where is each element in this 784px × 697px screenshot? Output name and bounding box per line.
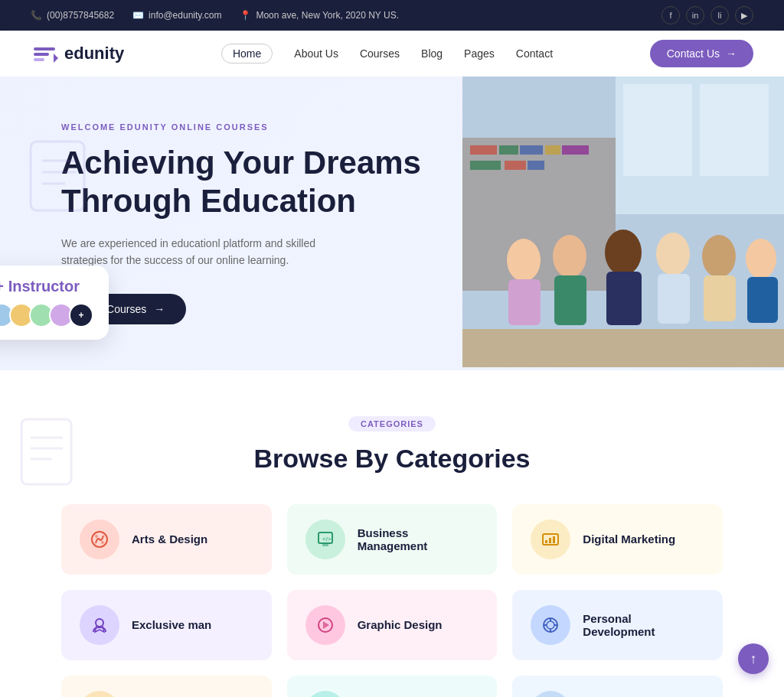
- phone-icon: 📞: [31, 10, 42, 21]
- svg-point-26: [557, 239, 582, 263]
- svg-point-32: [661, 236, 685, 260]
- top-bar-left: 📞 (00)8757845682 ✉️ info@edunity.com 📍 M…: [31, 10, 399, 21]
- instructor-count-label: Instructor: [8, 278, 80, 295]
- categories-section: CATEGORIES Browse By Categories Arts & D…: [0, 370, 784, 697]
- social-links: f in li ▶: [662, 6, 753, 24]
- address-text: Moon ave, New York, 2020 NY US.: [256, 10, 399, 21]
- nav-home[interactable]: Home: [221, 44, 273, 64]
- digital-label: Digital Marketing: [583, 533, 675, 546]
- svg-rect-25: [554, 275, 586, 325]
- contact-button[interactable]: Contact Us →: [650, 40, 753, 67]
- category-digital[interactable]: Digital Marketing: [512, 504, 723, 575]
- address-item: 📍 Moon ave, New York, 2020 NY US.: [240, 10, 399, 21]
- nav-courses[interactable]: Courses: [360, 47, 400, 60]
- avatar-more: +: [69, 303, 93, 327]
- svg-rect-0: [34, 47, 55, 50]
- svg-rect-12: [520, 145, 543, 155]
- category-exclusive[interactable]: Exclusive man: [61, 590, 272, 660]
- arrow-icon: →: [726, 47, 737, 60]
- category-personal[interactable]: Personal Development: [512, 590, 723, 660]
- hero-badge: WELCOME EDUNITY ONLINE COURSES: [61, 122, 432, 132]
- svg-point-45: [95, 535, 98, 538]
- graphic-label: Graphic Design: [358, 618, 443, 631]
- svg-point-46: [101, 541, 104, 544]
- categories-badge: CATEGORIES: [348, 416, 436, 432]
- nav-blog[interactable]: Blog: [421, 47, 443, 60]
- scroll-top-icon: ↑: [750, 651, 757, 667]
- svg-point-23: [511, 244, 536, 269]
- phone-item: 📞 (00)8757845682: [31, 10, 114, 21]
- graphic-icon: [305, 605, 345, 645]
- instagram-icon[interactable]: in: [686, 6, 704, 24]
- svg-rect-22: [508, 279, 541, 325]
- svg-rect-39: [462, 329, 784, 367]
- svg-rect-10: [470, 145, 497, 155]
- arts-label: Arts & Design: [132, 533, 207, 546]
- categories-decoration: [15, 416, 84, 503]
- svg-rect-1: [34, 53, 49, 56]
- exclusive-label: Exclusive man: [132, 618, 211, 631]
- instructor-count-number: 200+: [0, 278, 4, 295]
- business-label: Business Management: [358, 526, 479, 552]
- scroll-top-button[interactable]: ↑: [738, 643, 769, 674]
- instructor-avatars: +: [0, 303, 93, 327]
- hero-image: [462, 77, 784, 370]
- category-business[interactable]: </> Business Management: [287, 504, 498, 575]
- arrow-right-icon: →: [154, 303, 165, 315]
- location-icon: 📍: [240, 10, 251, 21]
- youtube-icon[interactable]: ▶: [735, 6, 753, 24]
- top-bar: 📞 (00)8757845682 ✉️ info@edunity.com 📍 M…: [0, 0, 784, 31]
- email-address: info@edunity.com: [149, 10, 221, 21]
- svg-rect-16: [505, 161, 526, 170]
- svg-rect-15: [470, 161, 501, 170]
- svg-rect-4: [31, 142, 84, 210]
- svg-point-29: [609, 233, 637, 260]
- hero-photo: [462, 77, 784, 367]
- svg-rect-53: [553, 536, 555, 543]
- svg-rect-34: [704, 275, 736, 321]
- svg-rect-49: [322, 543, 328, 546]
- wordpress-icon: [531, 691, 570, 697]
- logo[interactable]: edunity: [31, 40, 124, 67]
- nav-contact[interactable]: Contact: [516, 47, 553, 60]
- email-icon: ✉️: [132, 10, 144, 21]
- categories-title: Browse By Categories: [61, 444, 723, 474]
- category-graphic[interactable]: Graphic Design: [287, 590, 498, 660]
- hero-title: Achieving Your Dreams Through Education: [61, 144, 432, 221]
- logo-icon: [31, 40, 58, 67]
- svg-rect-37: [747, 277, 778, 323]
- svg-rect-51: [545, 540, 547, 543]
- main-nav: Home About Us Courses Blog Pages Contact: [221, 44, 553, 64]
- svg-point-54: [96, 619, 103, 627]
- svg-rect-19: [623, 84, 692, 176]
- category-arts[interactable]: Arts & Design: [61, 504, 272, 575]
- contact-btn-label: Contact Us: [667, 47, 720, 60]
- email-item: ✉️ info@edunity.com: [132, 10, 221, 21]
- categories-grid: Arts & Design </> Business Management: [61, 504, 723, 697]
- linkedin-icon[interactable]: li: [710, 6, 729, 24]
- svg-point-38: [750, 241, 773, 264]
- category-uiux[interactable]: UI/UX Design: [61, 676, 272, 697]
- category-video[interactable]: Video & Photography: [287, 676, 498, 697]
- hero-section: WELCOME EDUNITY ONLINE COURSES Achieving…: [0, 77, 784, 370]
- svg-point-57: [547, 621, 554, 629]
- personal-label: Personal Development: [583, 612, 704, 638]
- svg-rect-40: [21, 419, 71, 484]
- category-wordpress[interactable]: WordPress: [512, 676, 723, 697]
- video-icon: [305, 691, 345, 697]
- svg-rect-13: [545, 145, 560, 155]
- phone-number: (00)8757845682: [47, 10, 114, 21]
- nav-about[interactable]: About Us: [294, 47, 338, 60]
- svg-rect-14: [562, 145, 589, 155]
- svg-rect-2: [34, 58, 44, 61]
- header: edunity Home About Us Courses Blog Pages…: [0, 31, 784, 77]
- svg-text:</>: </>: [322, 536, 332, 542]
- svg-marker-3: [54, 54, 58, 63]
- nav-pages[interactable]: Pages: [464, 47, 495, 60]
- uiux-icon: [80, 691, 119, 697]
- hero-description: We are experienced in educationl platfor…: [61, 235, 337, 269]
- facebook-icon[interactable]: f: [662, 6, 680, 24]
- svg-rect-28: [606, 272, 642, 325]
- business-icon: </>: [305, 519, 345, 559]
- arts-icon: [80, 519, 119, 559]
